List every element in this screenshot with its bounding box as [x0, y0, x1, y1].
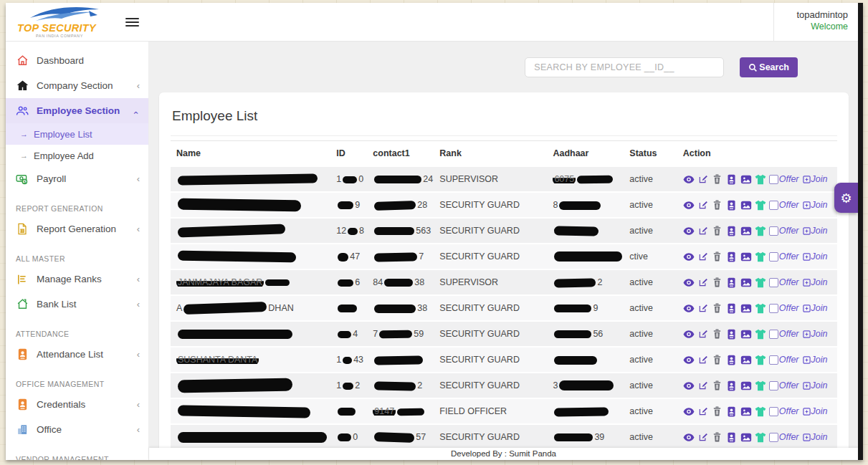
offer-checkbox[interactable] — [769, 278, 778, 287]
offer-checkbox[interactable] — [769, 407, 778, 416]
trash-icon[interactable] — [712, 406, 723, 417]
settings-fab[interactable]: ⚙ — [834, 183, 858, 213]
tshirt-icon[interactable] — [755, 251, 766, 262]
edit-icon[interactable] — [697, 251, 709, 262]
edit-icon[interactable] — [697, 354, 709, 365]
join-link[interactable]: Join — [802, 251, 828, 262]
idcard-icon[interactable] — [726, 225, 738, 236]
offer-checkbox[interactable] — [769, 355, 778, 365]
tshirt-icon[interactable] — [755, 406, 766, 417]
idcard-icon[interactable] — [726, 380, 738, 391]
idcard-icon[interactable] — [726, 277, 738, 288]
sidebar-item-payroll[interactable]: $Payroll‹ — [6, 166, 148, 191]
edit-icon[interactable] — [697, 277, 709, 288]
tshirt-icon[interactable] — [755, 277, 766, 288]
offer-link[interactable]: Offer — [769, 226, 799, 236]
sidebar-item-office[interactable]: Office‹ — [6, 417, 148, 442]
idcard-icon[interactable] — [726, 251, 738, 262]
eye-icon[interactable] — [683, 380, 695, 391]
eye-icon[interactable] — [683, 302, 695, 314]
photo-icon[interactable] — [740, 328, 752, 340]
eye-icon[interactable] — [683, 277, 695, 288]
join-link[interactable]: Join — [802, 303, 828, 313]
trash-icon[interactable] — [712, 328, 723, 340]
idcard-icon[interactable] — [726, 302, 738, 314]
trash-icon[interactable] — [712, 302, 723, 314]
sidebar-item-employee-section[interactable]: Employee Section‹ — [6, 98, 148, 123]
photo-icon[interactable] — [740, 380, 752, 391]
offer-checkbox[interactable] — [769, 252, 778, 262]
edit-icon[interactable] — [697, 225, 709, 236]
offer-checkbox[interactable] — [769, 433, 778, 442]
sidebar-item-bank-list[interactable]: Bank List‹ — [6, 292, 148, 317]
tshirt-icon[interactable] — [755, 225, 766, 236]
trash-icon[interactable] — [712, 431, 723, 443]
offer-checkbox[interactable] — [769, 201, 778, 210]
sidebar-item-manage-ranks[interactable]: Manage Ranks‹ — [6, 267, 148, 292]
tshirt-icon[interactable] — [755, 302, 766, 314]
sidebar-item-company-section[interactable]: Company Section‹ — [6, 73, 148, 98]
photo-icon[interactable] — [740, 251, 752, 262]
photo-icon[interactable] — [740, 302, 752, 314]
edit-icon[interactable] — [697, 406, 709, 417]
eye-icon[interactable] — [683, 354, 695, 365]
sidebar-item-dashboard[interactable]: Dashboard — [6, 48, 148, 73]
offer-checkbox[interactable] — [769, 226, 778, 236]
search-input[interactable] — [525, 57, 724, 77]
photo-icon[interactable] — [740, 225, 752, 236]
trash-icon[interactable] — [712, 199, 723, 211]
join-link[interactable]: Join — [802, 277, 828, 287]
idcard-icon[interactable] — [726, 431, 738, 443]
photo-icon[interactable] — [740, 354, 752, 365]
offer-link[interactable]: Offer — [769, 251, 799, 262]
offer-link[interactable]: Offer — [769, 303, 799, 313]
join-link[interactable]: Join — [802, 355, 828, 365]
offer-link[interactable]: Offer — [769, 277, 799, 287]
sidebar-item-report-generation[interactable]: Report Generation‹ — [6, 216, 148, 241]
eye-icon[interactable] — [683, 199, 695, 211]
eye-icon[interactable] — [683, 431, 695, 443]
idcard-icon[interactable] — [726, 406, 738, 417]
edit-icon[interactable] — [697, 173, 709, 185]
tshirt-icon[interactable] — [755, 199, 766, 211]
join-link[interactable]: Join — [802, 380, 828, 390]
eye-icon[interactable] — [683, 406, 695, 417]
company-logo[interactable]: TOP SECURITY PAN INDIA COMPANY — [16, 5, 116, 39]
edit-icon[interactable] — [697, 431, 709, 443]
sidebar-subitem-employee-list[interactable]: →Employee List — [6, 123, 148, 145]
idcard-icon[interactable] — [726, 173, 738, 185]
idcard-icon[interactable] — [726, 199, 738, 211]
tshirt-icon[interactable] — [755, 380, 766, 391]
photo-icon[interactable] — [740, 406, 752, 417]
tshirt-icon[interactable] — [755, 328, 766, 340]
offer-link[interactable]: Offer — [769, 406, 799, 416]
eye-icon[interactable] — [683, 173, 695, 185]
user-box[interactable]: topadmintop Welcome — [773, 3, 858, 41]
join-link[interactable]: Join — [802, 406, 828, 416]
join-link[interactable]: Join — [802, 200, 828, 210]
trash-icon[interactable] — [712, 354, 723, 365]
join-link[interactable]: Join — [802, 174, 828, 184]
sidebar-toggle-icon[interactable] — [125, 18, 139, 27]
offer-link[interactable]: Offer — [769, 329, 799, 339]
edit-icon[interactable] — [697, 199, 709, 211]
tshirt-icon[interactable] — [755, 431, 766, 443]
sidebar-item-attendance-list[interactable]: Attendance List‹ — [6, 342, 148, 367]
edit-icon[interactable] — [697, 302, 709, 314]
tshirt-icon[interactable] — [755, 354, 766, 365]
trash-icon[interactable] — [712, 173, 723, 185]
trash-icon[interactable] — [712, 380, 723, 391]
photo-icon[interactable] — [740, 173, 752, 185]
offer-checkbox[interactable] — [769, 381, 778, 390]
join-link[interactable]: Join — [802, 432, 828, 442]
join-link[interactable]: Join — [802, 226, 828, 236]
eye-icon[interactable] — [683, 251, 695, 262]
photo-icon[interactable] — [740, 199, 752, 211]
offer-link[interactable]: Offer — [769, 380, 799, 390]
trash-icon[interactable] — [712, 251, 723, 262]
edit-icon[interactable] — [697, 328, 709, 340]
eye-icon[interactable] — [683, 328, 695, 340]
tshirt-icon[interactable] — [755, 173, 766, 185]
trash-icon[interactable] — [712, 277, 723, 288]
photo-icon[interactable] — [740, 277, 752, 288]
